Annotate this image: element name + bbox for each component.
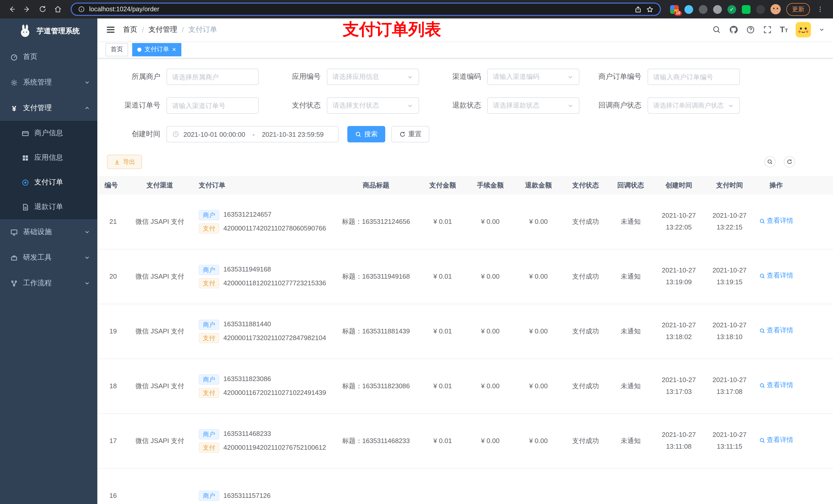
- extension-icon[interactable]: [742, 5, 751, 14]
- share-icon[interactable]: [634, 5, 642, 13]
- caret-down-icon[interactable]: [819, 27, 825, 33]
- app-filter-select[interactable]: 请选择应用信息: [327, 69, 419, 85]
- notify-status-select[interactable]: 请选择订单回调商户状态: [647, 97, 740, 114]
- filter-field: 回调商户状态 请选择订单回调商户状态: [588, 97, 746, 114]
- filter-label: 应用编号: [267, 72, 327, 81]
- merchant-badge: 商户: [199, 319, 219, 330]
- magnifier-icon: [759, 328, 765, 334]
- view-detail-link[interactable]: 查看详情: [759, 271, 793, 282]
- sidebar-item-merchant-info[interactable]: 商户信息: [0, 121, 97, 145]
- extensions-area: 10 ✓ 更新: [666, 2, 829, 17]
- user-avatar[interactable]: [795, 22, 811, 38]
- merchant-order-no-input[interactable]: [647, 69, 740, 85]
- hamburger-icon[interactable]: [105, 25, 116, 35]
- cell-pay-status: 支付成功: [563, 381, 609, 391]
- toggle-search-button[interactable]: [764, 156, 776, 167]
- cell-notify-status: 未通知: [609, 216, 653, 227]
- pay-badge: 支付: [199, 388, 219, 398]
- filter-field: 渠道编码 请输入渠道编码: [428, 69, 586, 85]
- help-icon[interactable]: [746, 25, 755, 34]
- cell-id: 18: [97, 381, 126, 391]
- extension-icon[interactable]: ✓: [728, 5, 736, 14]
- browser-profile-avatar[interactable]: [770, 4, 781, 14]
- column-header: 商品标题: [333, 181, 419, 190]
- cell-id: 21: [97, 216, 126, 227]
- breadcrumb-home[interactable]: 首页: [123, 25, 137, 34]
- pay-status-select[interactable]: 请选择支付状态: [327, 97, 419, 114]
- refund-status-select[interactable]: 请选择退款状态: [487, 97, 579, 114]
- table-toolbar: 导出: [97, 155, 833, 169]
- cell-id: 20: [97, 271, 126, 282]
- forward-icon: [23, 5, 31, 13]
- cell-pay-status: 支付成功: [563, 271, 609, 282]
- sidebar-item-workflow[interactable]: 工作流程: [0, 270, 97, 296]
- view-detail-link[interactable]: 查看详情: [759, 326, 793, 336]
- cell-notify-status: 未通知: [609, 381, 653, 391]
- tag-pay-order[interactable]: 支付订单 ×: [132, 43, 181, 56]
- cell-channel: 微信 JSAPI 支付: [126, 271, 194, 282]
- cell-fee: ¥ 0.00: [466, 436, 514, 447]
- address-bar[interactable]: localhost:1024/pay/order: [71, 3, 661, 16]
- sidebar-item-refund-order[interactable]: 退款订单: [0, 195, 97, 219]
- font-size-icon[interactable]: TT: [780, 25, 788, 34]
- bookmark-star-icon[interactable]: [646, 5, 654, 13]
- channel-code-select[interactable]: 请输入渠道编码: [487, 69, 579, 85]
- sidebar-item-app-info[interactable]: 应用信息: [0, 145, 97, 170]
- channel-order-no-input[interactable]: [166, 97, 259, 114]
- filter-label: 回调商户状态: [588, 101, 647, 110]
- column-header: 支付金额: [419, 181, 466, 190]
- table-tools: [764, 156, 795, 167]
- reset-button[interactable]: 重置: [391, 126, 429, 142]
- sidebar-item-home[interactable]: 首页: [0, 44, 97, 70]
- view-detail-link[interactable]: 查看详情: [759, 435, 793, 446]
- filter-row-2: 渠道订单号 支付状态 请选择支付状态 退款状态 请选择退款状态: [107, 97, 833, 114]
- cell-id: 16: [97, 490, 126, 501]
- chevron-down-icon: [84, 79, 90, 86]
- tag-close-icon[interactable]: ×: [172, 46, 176, 53]
- magnifier-icon: [759, 218, 765, 224]
- breadcrumb-payment[interactable]: 支付管理: [148, 25, 177, 34]
- url-text: localhost:1024/pay/order: [89, 6, 630, 13]
- export-button[interactable]: 导出: [107, 155, 142, 169]
- fullscreen-icon[interactable]: [763, 25, 772, 34]
- merchant-filter-input[interactable]: [166, 69, 259, 85]
- back-button[interactable]: [4, 2, 20, 17]
- cell-refund: ¥ 0.00: [514, 381, 563, 391]
- sidebar-item-infrastructure[interactable]: 基础设施: [0, 219, 97, 245]
- create-time-range-picker[interactable]: 2021-10-01 00:00:00 - 2021-10-31 23:59:5…: [166, 126, 339, 142]
- chevron-down-icon: [84, 255, 90, 261]
- forward-button[interactable]: [20, 2, 35, 17]
- tag-home[interactable]: 首页: [105, 43, 128, 56]
- filter-field: 创建时间 2021-10-01 00:00:00 - 2021-10-31 23…: [107, 126, 339, 142]
- search-button[interactable]: 搜索: [347, 126, 385, 142]
- github-icon[interactable]: [729, 25, 738, 34]
- home-button[interactable]: [50, 2, 66, 17]
- extension-icon[interactable]: [713, 5, 722, 14]
- view-detail-link[interactable]: 查看详情: [759, 216, 793, 226]
- chevron-down-icon: [407, 102, 413, 109]
- chrome-update-button[interactable]: 更新: [786, 3, 810, 16]
- cell-fee: ¥ 0.00: [466, 271, 514, 282]
- app-logo: 芋道管理系统: [0, 19, 97, 44]
- extension-icon[interactable]: [685, 5, 693, 14]
- main-area: 首页 / 支付管理 / 支付订单 支付订单列表 TT 首页: [97, 19, 833, 504]
- extension-icon[interactable]: [699, 5, 708, 14]
- cell-fee: ¥ 0.00: [466, 216, 514, 227]
- merchant-order-no: 1635311823086: [223, 374, 271, 385]
- toolbox-icon: [10, 254, 18, 262]
- pay-badge: 支付: [199, 443, 219, 453]
- sidebar-item-pay-order[interactable]: 支付订单: [0, 170, 97, 195]
- search-icon[interactable]: [712, 25, 721, 34]
- cell-paid-time: 2021-10-27 13:19:15: [705, 265, 754, 288]
- view-detail-link[interactable]: 查看详情: [759, 380, 793, 391]
- extension-icon[interactable]: [756, 5, 765, 14]
- sidebar-item-payment[interactable]: ¥ 支付管理: [0, 95, 97, 121]
- reload-button[interactable]: [35, 2, 50, 17]
- filter-field: 商户订单编号: [588, 69, 746, 85]
- sidebar-item-dev-tools[interactable]: 研发工具: [0, 245, 97, 270]
- active-dot: [137, 47, 141, 51]
- extension-icon[interactable]: 10: [670, 5, 679, 14]
- sidebar-item-system[interactable]: 系统管理: [0, 70, 97, 95]
- browser-menu-button[interactable]: [815, 2, 825, 17]
- refresh-table-button[interactable]: [784, 156, 795, 167]
